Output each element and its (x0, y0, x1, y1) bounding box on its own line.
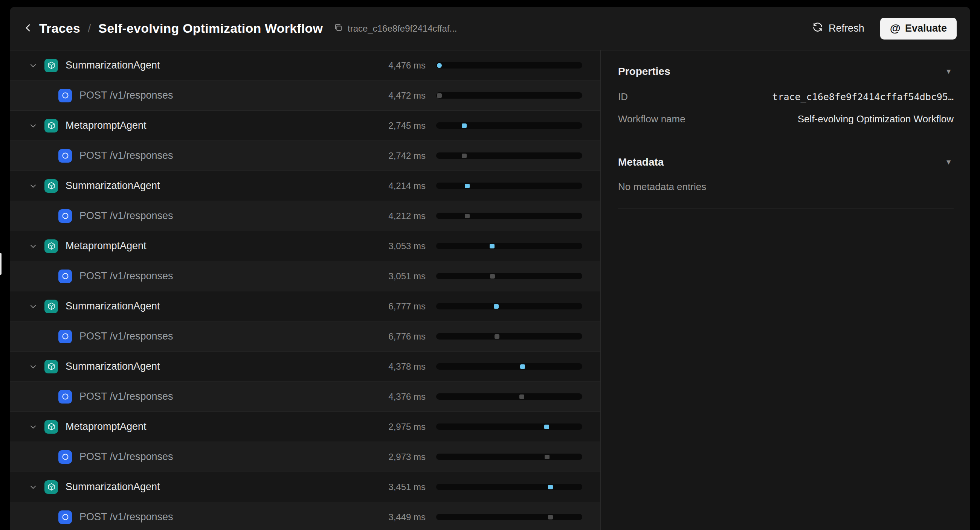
span-label: POST /v1/responses (80, 210, 173, 222)
trace-row[interactable]: POST /v1/responses 4,472 ms (10, 81, 600, 111)
breadcrumb-traces[interactable]: Traces (39, 21, 80, 36)
trace-list: SummarizationAgent 4,476 ms POST /v1/res… (10, 51, 600, 530)
property-value-workflow-name: Self-evolving Optimization Workflow (798, 113, 954, 125)
trace-row[interactable]: POST /v1/responses 6,776 ms (10, 322, 600, 352)
back-button[interactable] (22, 22, 34, 35)
timeline-track (436, 484, 582, 490)
timeline-track (436, 273, 582, 279)
trace-row[interactable]: POST /v1/responses 2,742 ms (10, 141, 600, 171)
properties-title: Properties (618, 65, 670, 78)
timeline-marker (544, 425, 549, 429)
trace-row[interactable]: MetapromptAgent 3,053 ms (10, 231, 600, 261)
trace-row[interactable]: POST /v1/responses 3,449 ms (10, 502, 600, 530)
breadcrumb-separator: / (88, 22, 91, 35)
span-duration: 6,776 ms (388, 331, 426, 342)
metadata-section: Metadata ▼ No metadata entries (618, 141, 954, 209)
chevron-down-icon[interactable] (29, 121, 38, 130)
timeline-marker (437, 63, 442, 68)
timeline-track (436, 213, 582, 219)
span-label: MetapromptAgent (65, 421, 146, 433)
agent-icon (45, 240, 58, 253)
chevron-down-icon[interactable] (29, 242, 38, 251)
metadata-empty-text: No metadata entries (618, 181, 954, 193)
trace-row[interactable]: SummarizationAgent 4,476 ms (10, 51, 600, 81)
property-value-trace-id: trace_c16e8fe9f2414cffaf54dbc95… (772, 92, 954, 102)
trace-row[interactable]: POST /v1/responses 3,051 ms (10, 261, 600, 291)
span-duration: 3,051 ms (388, 271, 426, 282)
chevron-down-icon[interactable] (29, 482, 38, 492)
timeline-marker (490, 244, 495, 248)
header: Traces / Self-evolving Optimization Work… (10, 7, 970, 51)
agent-icon (45, 420, 58, 434)
trace-row[interactable]: POST /v1/responses 4,376 ms (10, 382, 600, 412)
chevron-down-icon[interactable] (29, 362, 38, 371)
timeline-marker (465, 214, 470, 218)
timeline-marker (520, 364, 525, 369)
chevron-down-icon[interactable] (29, 61, 38, 70)
span-duration: 4,214 ms (388, 181, 426, 191)
span-label: POST /v1/responses (80, 270, 173, 282)
timeline-track (436, 182, 582, 189)
trace-row[interactable]: POST /v1/responses 4,212 ms (10, 201, 600, 231)
timeline-track (436, 152, 582, 159)
timeline-track (436, 514, 582, 520)
properties-header: Properties ▼ (618, 65, 954, 78)
trace-row[interactable]: MetapromptAgent 2,975 ms (10, 412, 600, 442)
copy-icon (333, 22, 343, 35)
timeline-track (436, 303, 582, 309)
span-label: MetapromptAgent (65, 120, 146, 132)
span-label: SummarizationAgent (65, 59, 160, 71)
refresh-button[interactable]: Refresh (812, 21, 864, 35)
span-label: POST /v1/responses (80, 511, 173, 523)
metadata-collapse-button[interactable]: ▼ (943, 157, 954, 168)
span-label: POST /v1/responses (80, 451, 173, 463)
page-title: Self-evolving Optimization Workflow (98, 21, 323, 36)
span-label: POST /v1/responses (80, 90, 173, 101)
chevron-down-icon[interactable] (29, 181, 38, 190)
trace-row[interactable]: SummarizationAgent 4,214 ms (10, 171, 600, 201)
timeline-track (436, 424, 582, 430)
timeline-track (436, 454, 582, 460)
span-duration: 2,742 ms (388, 151, 426, 161)
property-label: ID (618, 91, 628, 103)
chevron-down-icon: ▼ (945, 67, 952, 75)
window-edge-scroll-indicator (0, 253, 2, 275)
trace-id-text: trace_c16e8fe9f2414cffaf... (348, 23, 457, 34)
span-label: SummarizationAgent (65, 180, 160, 192)
span-label: SummarizationAgent (65, 300, 160, 312)
app-root: Traces / Self-evolving Optimization Work… (10, 7, 970, 530)
chevron-down-icon[interactable] (29, 302, 38, 311)
agent-icon (45, 119, 58, 132)
agent-icon (45, 300, 58, 313)
properties-collapse-button[interactable]: ▼ (943, 66, 954, 77)
span-duration: 2,973 ms (388, 452, 426, 462)
chevron-down-icon[interactable] (29, 422, 38, 432)
timeline-marker (519, 395, 524, 399)
trace-row[interactable]: SummarizationAgent 4,378 ms (10, 352, 600, 382)
timeline-track (436, 122, 582, 129)
timeline-marker (495, 334, 500, 339)
evaluate-button[interactable]: @ Evaluate (880, 18, 957, 40)
span-duration: 3,053 ms (388, 241, 426, 251)
span-label: POST /v1/responses (80, 330, 173, 342)
timeline-marker (462, 154, 467, 158)
endpoint-icon (58, 89, 72, 102)
metadata-header: Metadata ▼ (618, 156, 954, 168)
evaluate-label: Evaluate (905, 22, 947, 34)
trace-row[interactable]: SummarizationAgent 3,451 ms (10, 472, 600, 502)
span-duration: 3,449 ms (388, 512, 426, 522)
span-duration: 4,376 ms (388, 392, 426, 402)
trace-row[interactable]: POST /v1/responses 2,973 ms (10, 442, 600, 472)
timeline-marker (548, 485, 553, 489)
span-duration: 4,472 ms (388, 90, 426, 101)
trace-row[interactable]: SummarizationAgent 6,777 ms (10, 291, 600, 322)
timeline-track (436, 92, 582, 98)
endpoint-icon (58, 330, 72, 343)
trace-row[interactable]: MetapromptAgent 2,745 ms (10, 111, 600, 141)
copy-trace-id-button[interactable]: trace_c16e8fe9f2414cffaf... (333, 22, 457, 35)
timeline-marker (462, 124, 467, 128)
span-label: POST /v1/responses (80, 150, 173, 162)
evaluate-icon: @ (890, 22, 900, 35)
span-duration: 4,212 ms (388, 211, 426, 221)
property-row-id: ID trace_c16e8fe9f2414cffaf54dbc95… (618, 91, 954, 103)
